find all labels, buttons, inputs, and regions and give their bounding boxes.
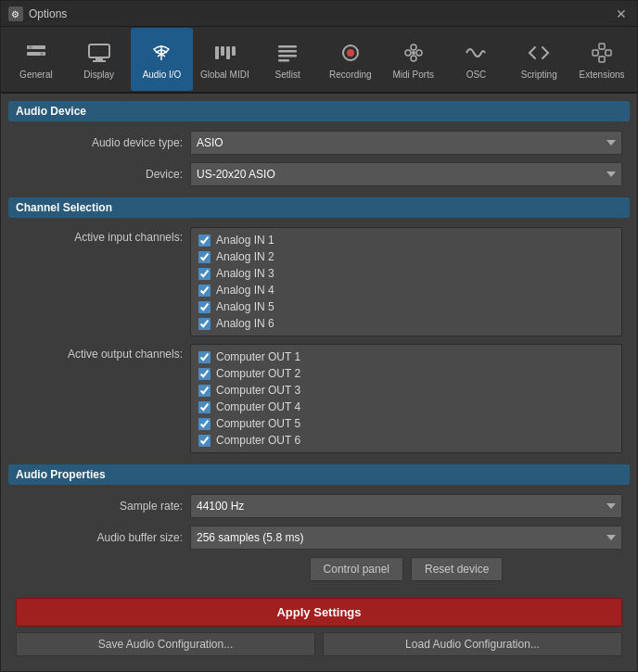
svg-rect-11 bbox=[221, 46, 224, 56]
svg-point-5 bbox=[40, 52, 44, 56]
list-item: Computer OUT 4 bbox=[195, 399, 618, 415]
svg-rect-25 bbox=[599, 44, 605, 49]
svg-rect-15 bbox=[278, 50, 297, 53]
toolbar-btn-audio-io[interactable]: Audio I/O bbox=[131, 28, 194, 91]
extensions-icon bbox=[589, 40, 615, 66]
list-item: Computer OUT 6 bbox=[195, 432, 618, 449]
output-ch6-checkbox[interactable] bbox=[198, 435, 211, 447]
toolbar-btn-global-midi[interactable]: Global MIDI bbox=[193, 28, 256, 91]
output-ch2-checkbox[interactable] bbox=[198, 368, 211, 380]
input-ch4-label: Analog IN 4 bbox=[216, 284, 274, 297]
svg-rect-8 bbox=[93, 60, 106, 62]
device-type-row: Audio device type: ASIO WASAPI DirectSou… bbox=[8, 131, 630, 155]
svg-rect-17 bbox=[278, 59, 289, 62]
svg-rect-7 bbox=[96, 57, 103, 60]
list-item: Analog IN 6 bbox=[195, 315, 618, 332]
sample-rate-label: Sample rate: bbox=[16, 500, 183, 513]
list-item: Analog IN 2 bbox=[195, 248, 618, 265]
list-item: Analog IN 4 bbox=[195, 282, 618, 298]
save-config-button[interactable]: Save Audio Configuration... bbox=[16, 632, 315, 656]
buffer-size-label: Audio buffer size: bbox=[16, 531, 183, 544]
svg-point-19 bbox=[347, 49, 354, 57]
output-channels-row: Active output channels: Computer OUT 1 C… bbox=[8, 344, 630, 453]
audio-properties-header: Audio Properties bbox=[8, 464, 630, 485]
output-ch6-label: Computer OUT 6 bbox=[216, 434, 300, 447]
svg-rect-14 bbox=[278, 45, 297, 48]
recording-icon bbox=[338, 40, 364, 66]
device-label: Device: bbox=[16, 168, 183, 181]
toolbar-label-audio-io: Audio I/O bbox=[143, 70, 182, 80]
device-select[interactable]: US-20x20 ASIO bbox=[190, 162, 622, 186]
device-type-select[interactable]: ASIO WASAPI DirectSound bbox=[190, 131, 622, 155]
list-item: Computer OUT 2 bbox=[195, 365, 618, 382]
toolbar-label-display: Display bbox=[83, 70, 114, 80]
control-panel-button[interactable]: Control panel bbox=[310, 557, 403, 581]
input-ch2-label: Analog IN 2 bbox=[216, 250, 274, 263]
audio-device-header: Audio Device bbox=[8, 101, 630, 121]
list-item: Analog IN 1 bbox=[195, 232, 618, 248]
scripting-icon bbox=[526, 40, 552, 66]
buffer-size-row: Audio buffer size: 64 samples (1.5 ms) 1… bbox=[8, 526, 630, 550]
load-config-button[interactable]: Load Audio Configuration... bbox=[323, 632, 622, 656]
output-ch3-label: Computer OUT 3 bbox=[216, 384, 300, 397]
sample-rate-select[interactable]: 44100 Hz 48000 Hz 88200 Hz 96000 Hz bbox=[190, 494, 622, 518]
device-control-row: Control panel Reset device bbox=[183, 557, 630, 581]
toolbar-btn-general[interactable]: General bbox=[5, 28, 68, 91]
svg-point-4 bbox=[29, 45, 32, 49]
buffer-size-select[interactable]: 64 samples (1.5 ms) 128 samples (2.9 ms)… bbox=[190, 526, 622, 550]
sample-rate-row: Sample rate: 44100 Hz 48000 Hz 88200 Hz … bbox=[8, 494, 630, 518]
setlist-icon bbox=[274, 40, 300, 66]
list-item: Analog IN 5 bbox=[195, 298, 618, 315]
toolbar-label-scripting: Scripting bbox=[521, 70, 557, 80]
footer-buttons: Apply Settings Save Audio Configuration.… bbox=[8, 592, 630, 662]
toolbar-btn-scripting[interactable]: Scripting bbox=[507, 28, 570, 91]
list-item: Analog IN 3 bbox=[195, 265, 618, 282]
channel-selection-section: Channel Selection Active input channels:… bbox=[8, 197, 630, 453]
input-ch4-checkbox[interactable] bbox=[198, 285, 211, 297]
device-type-label: Audio device type: bbox=[16, 136, 183, 149]
input-channels-row: Active input channels: Analog IN 1 Analo… bbox=[8, 227, 630, 336]
title-bar-left: ⚙ Options bbox=[8, 6, 67, 21]
svg-point-22 bbox=[416, 50, 422, 56]
toolbar-label-setlist: Setlist bbox=[274, 70, 300, 80]
output-ch5-checkbox[interactable] bbox=[198, 418, 211, 430]
input-ch6-checkbox[interactable] bbox=[198, 318, 211, 330]
toolbar-label-global-midi: Global MIDI bbox=[200, 70, 249, 80]
apply-settings-button[interactable]: Apply Settings bbox=[16, 598, 622, 627]
input-ch5-label: Analog IN 5 bbox=[216, 300, 274, 313]
output-ch1-checkbox[interactable] bbox=[198, 351, 211, 363]
svg-rect-10 bbox=[215, 46, 219, 59]
input-channels-list: Analog IN 1 Analog IN 2 Analog IN 3 Anal… bbox=[190, 227, 622, 336]
output-ch3-checkbox[interactable] bbox=[198, 385, 211, 397]
svg-point-20 bbox=[405, 50, 411, 56]
options-window: ⚙ Options ✕ General Display bbox=[0, 0, 638, 672]
display-icon bbox=[86, 40, 112, 66]
svg-text:⚙: ⚙ bbox=[11, 9, 19, 19]
output-ch2-label: Computer OUT 2 bbox=[216, 367, 300, 380]
close-button[interactable]: ✕ bbox=[613, 6, 630, 22]
midi-ports-icon bbox=[401, 40, 427, 66]
output-ch1-label: Computer OUT 1 bbox=[216, 350, 300, 363]
input-ch2-checkbox[interactable] bbox=[198, 251, 211, 263]
device-row: Device: US-20x20 ASIO bbox=[8, 162, 630, 186]
toolbar-btn-osc[interactable]: OSC bbox=[445, 28, 508, 91]
toolbar-label-general: General bbox=[19, 70, 53, 80]
toolbar-btn-recording[interactable]: Recording bbox=[319, 28, 382, 91]
toolbar-btn-midi-ports[interactable]: Midi Ports bbox=[382, 28, 445, 91]
input-ch3-checkbox[interactable] bbox=[198, 268, 211, 280]
toolbar-btn-setlist[interactable]: Setlist bbox=[256, 28, 319, 91]
reset-device-button[interactable]: Reset device bbox=[411, 557, 503, 581]
toolbar-label-recording: Recording bbox=[329, 70, 372, 80]
config-buttons-row: Save Audio Configuration... Load Audio C… bbox=[16, 632, 622, 656]
main-content: Audio Device Audio device type: ASIO WAS… bbox=[1, 94, 637, 671]
output-ch4-checkbox[interactable] bbox=[198, 401, 211, 413]
toolbar-btn-extensions[interactable]: Extensions bbox=[570, 28, 633, 91]
svg-rect-28 bbox=[599, 57, 605, 62]
svg-point-23 bbox=[411, 56, 416, 61]
svg-rect-12 bbox=[226, 46, 230, 59]
list-item: Computer OUT 5 bbox=[195, 415, 618, 432]
input-ch1-checkbox[interactable] bbox=[198, 235, 211, 247]
channel-selection-header: Channel Selection bbox=[8, 197, 630, 218]
toolbar-btn-display[interactable]: Display bbox=[68, 28, 131, 91]
input-ch5-checkbox[interactable] bbox=[198, 301, 211, 313]
